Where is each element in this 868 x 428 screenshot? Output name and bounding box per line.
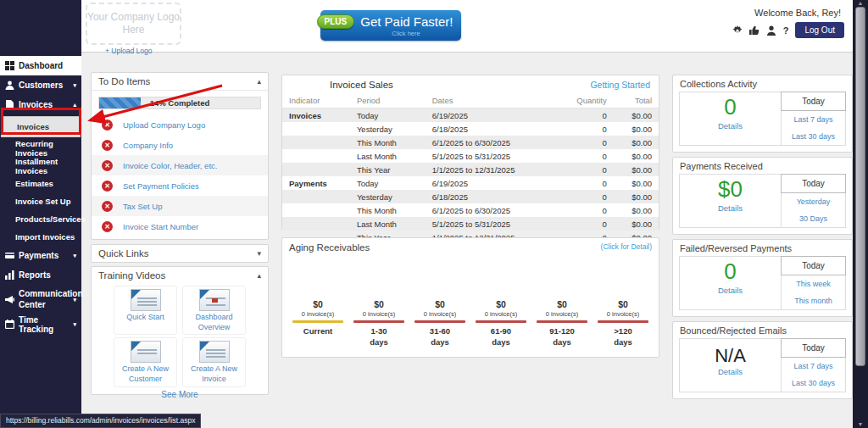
- todo-item[interactable]: ✕ Upload Company Logo: [92, 114, 268, 135]
- tab-last-30-days[interactable]: Last 30 days: [782, 375, 845, 392]
- training-videos-panel: Training Videos ▴ Quick Start Dashboard …: [91, 266, 269, 395]
- tab-this-month[interactable]: This month: [782, 292, 845, 309]
- tab-last-7-days[interactable]: Last 7 days: [782, 358, 845, 375]
- incomplete-x-icon: ✕: [102, 120, 113, 131]
- quick-links-title: Quick Links: [98, 248, 148, 258]
- scroll-up-icon[interactable]: ▲: [853, 0, 868, 6]
- aging-receivables-title: Aging Receivables: [289, 242, 370, 253]
- tab-30-days[interactable]: 30 Days: [782, 210, 845, 227]
- collections-activity-panel: Collections Activity 0 Details Today Las…: [672, 75, 853, 153]
- plus-badge: PLUS: [317, 14, 355, 29]
- table-row: Last Month 5/1/2025 to 5/31/2025 0 $0.00: [282, 149, 659, 163]
- click-for-detail-link[interactable]: (Click for Detail): [601, 242, 652, 251]
- log-out-button[interactable]: Log Out: [795, 22, 844, 38]
- table-row: Yesterday 6/18/2025 0 $0.00: [282, 190, 659, 203]
- get-paid-faster-banner[interactable]: PLUS Get Paid Faster! Click here: [320, 10, 461, 41]
- see-more-link[interactable]: See More: [92, 390, 268, 399]
- stat-value: $0: [680, 177, 781, 203]
- tab-last-30-days[interactable]: Last 30 days: [782, 128, 845, 145]
- chevron-up-icon: ▴: [73, 102, 76, 108]
- todo-item[interactable]: ✕ Invoice Color, Header, etc.: [92, 155, 268, 175]
- collapse-chevron-icon[interactable]: ▴: [257, 77, 261, 86]
- sidebar-subitem-invoices[interactable]: Invoices: [1, 116, 81, 137]
- video-thumbnail: [199, 341, 230, 363]
- sidebar-item-customers[interactable]: Customers ▾: [0, 75, 81, 95]
- vertical-scrollbar[interactable]: ▲ ▼: [853, 0, 868, 428]
- user-icon[interactable]: [766, 25, 776, 36]
- video-quick-start[interactable]: Quick Start: [114, 286, 177, 335]
- tab-yesterday[interactable]: Yesterday: [782, 193, 845, 210]
- table-row: Yesterday 6/18/2025 0 $0.00: [282, 122, 659, 136]
- tab-last-7-days[interactable]: Last 7 days: [782, 111, 845, 128]
- invoiced-sales-table: Indicator Period Dates Quantity Total In…: [282, 93, 659, 244]
- aging-bucket-31-60[interactable]: $0 0 invoice(s) 31-60days: [409, 299, 470, 348]
- table-row: This Year 1/1/2025 to 12/31/2025 0 $0.00: [282, 163, 659, 176]
- sidebar-item-label: Time Tracking: [19, 315, 69, 334]
- todo-item[interactable]: ✕ Tax Set Up: [92, 196, 268, 216]
- sidebar-item-label: Reports: [19, 270, 51, 280]
- details-link[interactable]: Details: [680, 121, 781, 131]
- column-header: Period: [350, 93, 426, 108]
- aging-bucket-1-30[interactable]: $0 0 invoice(s) 1-30days: [348, 299, 409, 348]
- chevron-down-icon: ▾: [73, 321, 76, 327]
- column-header: Dates: [426, 93, 569, 108]
- welcome-message: Welcome Back, Rey!: [754, 8, 841, 18]
- incomplete-x-icon: ✕: [102, 140, 113, 151]
- banner-title: Get Paid Faster!: [360, 14, 453, 29]
- collapse-chevron-icon[interactable]: ▴: [257, 271, 261, 280]
- sidebar-item-communication-center[interactable]: Communication Center ▾: [0, 285, 81, 314]
- upload-logo-link[interactable]: + Upload Logo: [105, 47, 153, 55]
- aging-bucket-over-120[interactable]: $0 0 invoice(s) >120days: [593, 299, 654, 348]
- tab-today[interactable]: Today: [781, 92, 846, 111]
- table-row: Last Month 5/1/2025 to 5/31/2025 0 $0.00: [282, 217, 659, 231]
- sidebar-subitem-installment-invoices[interactable]: Installment Invoices: [0, 157, 81, 175]
- aging-bucket-current[interactable]: $0 0 invoice(s) Current: [287, 299, 348, 348]
- scrollbar-thumb[interactable]: [855, 7, 865, 366]
- gear-icon[interactable]: [732, 25, 743, 36]
- details-link[interactable]: Details: [680, 286, 781, 295]
- details-link[interactable]: Details: [680, 367, 781, 376]
- sidebar-subitem-import-invoices[interactable]: Import Invoices: [0, 228, 81, 246]
- sidebar-subitem-products-services[interactable]: Products/Services: [0, 210, 81, 228]
- help-icon[interactable]: ?: [783, 25, 789, 36]
- thumbs-up-icon[interactable]: [749, 25, 760, 36]
- tab-today[interactable]: Today: [781, 338, 846, 358]
- video-create-new-customer[interactable]: Create A New Customer: [114, 337, 177, 386]
- bucket-bar: [598, 320, 648, 323]
- sidebar-subitem-recurring-invoices[interactable]: Recurring Invoices: [0, 139, 81, 157]
- sidebar-item-payments[interactable]: Payments ▾: [0, 246, 81, 265]
- sidebar-item-reports[interactable]: Reports: [0, 265, 81, 285]
- expand-chevron-icon[interactable]: ▾: [257, 249, 261, 258]
- video-create-new-invoice[interactable]: Create A New Invoice: [182, 337, 246, 386]
- tab-this-week[interactable]: This week: [782, 275, 845, 292]
- company-logo-placeholder[interactable]: Your Company Logo Here: [86, 3, 181, 45]
- aging-chart: $0 0 invoice(s) Current $0 0 invoice(s) …: [287, 299, 654, 348]
- chevron-down-icon: ▾: [73, 297, 76, 303]
- sidebar: Dashboard Customers ▾ Invoices ▴ Invoice…: [0, 0, 81, 428]
- chevron-down-icon: ▾: [73, 253, 76, 258]
- details-link[interactable]: Details: [680, 203, 781, 213]
- scroll-down-icon[interactable]: ▼: [853, 421, 868, 427]
- sidebar-item-invoices[interactable]: Invoices ▴: [0, 95, 81, 114]
- todo-item[interactable]: ✕ Invoice Start Number: [92, 216, 268, 236]
- todo-progress-bar: 14% Completed: [98, 97, 261, 109]
- sidebar-item-dashboard[interactable]: Dashboard: [0, 56, 81, 75]
- column-header: Indicator: [282, 93, 350, 108]
- sidebar-subitem-estimates[interactable]: Estimates: [0, 175, 81, 192]
- failed-reversed-payments-panel: Failed/Reversed Payments 0 Details Today…: [672, 239, 853, 317]
- sidebar-item-time-tracking[interactable]: Time Tracking ▾: [0, 314, 81, 334]
- sidebar-item-label: Invoices: [19, 100, 53, 109]
- table-row: This Month 6/1/2025 to 6/30/2025 0 $0.00: [282, 203, 659, 217]
- aging-bucket-91-120[interactable]: $0 0 invoice(s) 91-120days: [531, 299, 593, 348]
- todo-item[interactable]: ✕ Set Payment Policies: [92, 175, 268, 196]
- aging-bucket-61-90[interactable]: $0 0 invoice(s) 61-90days: [470, 299, 531, 348]
- banner-click-here[interactable]: Click here: [392, 30, 420, 37]
- status-bar-url: https://billing.reliabills.com/admin/inv…: [0, 414, 201, 428]
- video-dashboard-overview[interactable]: Dashboard Overview: [182, 286, 246, 335]
- tab-today[interactable]: Today: [781, 174, 846, 193]
- getting-started-link[interactable]: Getting Started: [590, 80, 650, 90]
- sidebar-subitem-invoice-set-up[interactable]: Invoice Set Up: [0, 192, 81, 210]
- sidebar-item-label: Communication Center: [19, 289, 64, 310]
- todo-item[interactable]: ✕ Company Info: [92, 135, 268, 155]
- tab-today[interactable]: Today: [781, 256, 846, 275]
